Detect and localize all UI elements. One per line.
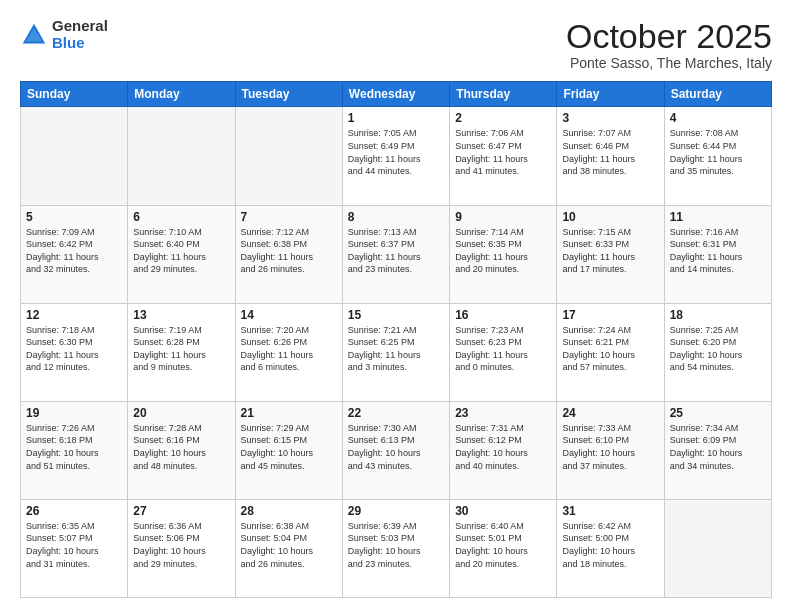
day-info: Sunrise: 7:16 AM Sunset: 6:31 PM Dayligh… bbox=[670, 226, 766, 276]
week-row-1: 5Sunrise: 7:09 AM Sunset: 6:42 PM Daylig… bbox=[21, 205, 772, 303]
day-number: 5 bbox=[26, 210, 122, 224]
calendar-cell: 6Sunrise: 7:10 AM Sunset: 6:40 PM Daylig… bbox=[128, 205, 235, 303]
logo-general-text: General bbox=[52, 18, 108, 35]
calendar-cell: 4Sunrise: 7:08 AM Sunset: 6:44 PM Daylig… bbox=[664, 107, 771, 205]
calendar-cell: 8Sunrise: 7:13 AM Sunset: 6:37 PM Daylig… bbox=[342, 205, 449, 303]
day-info: Sunrise: 7:05 AM Sunset: 6:49 PM Dayligh… bbox=[348, 127, 444, 177]
day-info: Sunrise: 6:36 AM Sunset: 5:06 PM Dayligh… bbox=[133, 520, 229, 570]
day-info: Sunrise: 7:19 AM Sunset: 6:28 PM Dayligh… bbox=[133, 324, 229, 374]
day-number: 19 bbox=[26, 406, 122, 420]
calendar-cell: 10Sunrise: 7:15 AM Sunset: 6:33 PM Dayli… bbox=[557, 205, 664, 303]
day-number: 8 bbox=[348, 210, 444, 224]
day-number: 30 bbox=[455, 504, 551, 518]
day-info: Sunrise: 7:07 AM Sunset: 6:46 PM Dayligh… bbox=[562, 127, 658, 177]
day-info: Sunrise: 7:10 AM Sunset: 6:40 PM Dayligh… bbox=[133, 226, 229, 276]
title-block: October 2025 Ponte Sasso, The Marches, I… bbox=[566, 18, 772, 71]
calendar-table: Sunday Monday Tuesday Wednesday Thursday… bbox=[20, 81, 772, 598]
day-number: 28 bbox=[241, 504, 337, 518]
day-number: 12 bbox=[26, 308, 122, 322]
calendar-cell: 27Sunrise: 6:36 AM Sunset: 5:06 PM Dayli… bbox=[128, 499, 235, 597]
month-title: October 2025 bbox=[566, 18, 772, 55]
week-row-4: 26Sunrise: 6:35 AM Sunset: 5:07 PM Dayli… bbox=[21, 499, 772, 597]
day-info: Sunrise: 7:34 AM Sunset: 6:09 PM Dayligh… bbox=[670, 422, 766, 472]
day-info: Sunrise: 7:13 AM Sunset: 6:37 PM Dayligh… bbox=[348, 226, 444, 276]
day-number: 6 bbox=[133, 210, 229, 224]
day-number: 11 bbox=[670, 210, 766, 224]
day-number: 31 bbox=[562, 504, 658, 518]
day-number: 17 bbox=[562, 308, 658, 322]
day-number: 22 bbox=[348, 406, 444, 420]
col-tuesday: Tuesday bbox=[235, 82, 342, 107]
day-info: Sunrise: 7:31 AM Sunset: 6:12 PM Dayligh… bbox=[455, 422, 551, 472]
day-info: Sunrise: 7:25 AM Sunset: 6:20 PM Dayligh… bbox=[670, 324, 766, 374]
day-number: 3 bbox=[562, 111, 658, 125]
calendar-cell: 19Sunrise: 7:26 AM Sunset: 6:18 PM Dayli… bbox=[21, 401, 128, 499]
day-info: Sunrise: 6:35 AM Sunset: 5:07 PM Dayligh… bbox=[26, 520, 122, 570]
day-info: Sunrise: 7:23 AM Sunset: 6:23 PM Dayligh… bbox=[455, 324, 551, 374]
calendar-cell: 9Sunrise: 7:14 AM Sunset: 6:35 PM Daylig… bbox=[450, 205, 557, 303]
day-number: 1 bbox=[348, 111, 444, 125]
calendar-cell: 12Sunrise: 7:18 AM Sunset: 6:30 PM Dayli… bbox=[21, 303, 128, 401]
col-wednesday: Wednesday bbox=[342, 82, 449, 107]
col-sunday: Sunday bbox=[21, 82, 128, 107]
day-info: Sunrise: 6:40 AM Sunset: 5:01 PM Dayligh… bbox=[455, 520, 551, 570]
calendar-cell: 28Sunrise: 6:38 AM Sunset: 5:04 PM Dayli… bbox=[235, 499, 342, 597]
day-number: 20 bbox=[133, 406, 229, 420]
day-info: Sunrise: 7:14 AM Sunset: 6:35 PM Dayligh… bbox=[455, 226, 551, 276]
day-number: 9 bbox=[455, 210, 551, 224]
day-number: 29 bbox=[348, 504, 444, 518]
day-number: 23 bbox=[455, 406, 551, 420]
calendar-cell: 18Sunrise: 7:25 AM Sunset: 6:20 PM Dayli… bbox=[664, 303, 771, 401]
calendar-cell bbox=[664, 499, 771, 597]
calendar-cell: 26Sunrise: 6:35 AM Sunset: 5:07 PM Dayli… bbox=[21, 499, 128, 597]
logo-text: General Blue bbox=[52, 18, 108, 51]
calendar-cell: 5Sunrise: 7:09 AM Sunset: 6:42 PM Daylig… bbox=[21, 205, 128, 303]
page: General Blue October 2025 Ponte Sasso, T… bbox=[0, 0, 792, 612]
day-info: Sunrise: 6:42 AM Sunset: 5:00 PM Dayligh… bbox=[562, 520, 658, 570]
day-info: Sunrise: 7:09 AM Sunset: 6:42 PM Dayligh… bbox=[26, 226, 122, 276]
calendar-cell: 11Sunrise: 7:16 AM Sunset: 6:31 PM Dayli… bbox=[664, 205, 771, 303]
logo: General Blue bbox=[20, 18, 108, 51]
day-number: 18 bbox=[670, 308, 766, 322]
col-saturday: Saturday bbox=[664, 82, 771, 107]
week-row-3: 19Sunrise: 7:26 AM Sunset: 6:18 PM Dayli… bbox=[21, 401, 772, 499]
calendar-cell: 20Sunrise: 7:28 AM Sunset: 6:16 PM Dayli… bbox=[128, 401, 235, 499]
calendar-cell bbox=[128, 107, 235, 205]
calendar-cell: 15Sunrise: 7:21 AM Sunset: 6:25 PM Dayli… bbox=[342, 303, 449, 401]
day-number: 7 bbox=[241, 210, 337, 224]
day-info: Sunrise: 6:39 AM Sunset: 5:03 PM Dayligh… bbox=[348, 520, 444, 570]
location: Ponte Sasso, The Marches, Italy bbox=[566, 55, 772, 71]
day-number: 15 bbox=[348, 308, 444, 322]
calendar-cell: 21Sunrise: 7:29 AM Sunset: 6:15 PM Dayli… bbox=[235, 401, 342, 499]
calendar-cell: 3Sunrise: 7:07 AM Sunset: 6:46 PM Daylig… bbox=[557, 107, 664, 205]
header: General Blue October 2025 Ponte Sasso, T… bbox=[20, 18, 772, 71]
day-info: Sunrise: 7:15 AM Sunset: 6:33 PM Dayligh… bbox=[562, 226, 658, 276]
day-number: 10 bbox=[562, 210, 658, 224]
day-info: Sunrise: 7:30 AM Sunset: 6:13 PM Dayligh… bbox=[348, 422, 444, 472]
day-number: 4 bbox=[670, 111, 766, 125]
day-number: 26 bbox=[26, 504, 122, 518]
week-row-0: 1Sunrise: 7:05 AM Sunset: 6:49 PM Daylig… bbox=[21, 107, 772, 205]
calendar-cell: 24Sunrise: 7:33 AM Sunset: 6:10 PM Dayli… bbox=[557, 401, 664, 499]
col-friday: Friday bbox=[557, 82, 664, 107]
calendar-cell bbox=[21, 107, 128, 205]
day-info: Sunrise: 7:18 AM Sunset: 6:30 PM Dayligh… bbox=[26, 324, 122, 374]
col-monday: Monday bbox=[128, 82, 235, 107]
logo-icon bbox=[20, 21, 48, 49]
day-number: 16 bbox=[455, 308, 551, 322]
calendar-cell: 13Sunrise: 7:19 AM Sunset: 6:28 PM Dayli… bbox=[128, 303, 235, 401]
calendar-cell: 30Sunrise: 6:40 AM Sunset: 5:01 PM Dayli… bbox=[450, 499, 557, 597]
calendar-cell: 31Sunrise: 6:42 AM Sunset: 5:00 PM Dayli… bbox=[557, 499, 664, 597]
day-info: Sunrise: 7:12 AM Sunset: 6:38 PM Dayligh… bbox=[241, 226, 337, 276]
col-thursday: Thursday bbox=[450, 82, 557, 107]
day-number: 21 bbox=[241, 406, 337, 420]
calendar-cell: 16Sunrise: 7:23 AM Sunset: 6:23 PM Dayli… bbox=[450, 303, 557, 401]
week-row-2: 12Sunrise: 7:18 AM Sunset: 6:30 PM Dayli… bbox=[21, 303, 772, 401]
calendar-cell: 22Sunrise: 7:30 AM Sunset: 6:13 PM Dayli… bbox=[342, 401, 449, 499]
day-number: 24 bbox=[562, 406, 658, 420]
day-info: Sunrise: 7:06 AM Sunset: 6:47 PM Dayligh… bbox=[455, 127, 551, 177]
day-info: Sunrise: 7:20 AM Sunset: 6:26 PM Dayligh… bbox=[241, 324, 337, 374]
day-number: 13 bbox=[133, 308, 229, 322]
day-info: Sunrise: 7:33 AM Sunset: 6:10 PM Dayligh… bbox=[562, 422, 658, 472]
day-info: Sunrise: 7:26 AM Sunset: 6:18 PM Dayligh… bbox=[26, 422, 122, 472]
